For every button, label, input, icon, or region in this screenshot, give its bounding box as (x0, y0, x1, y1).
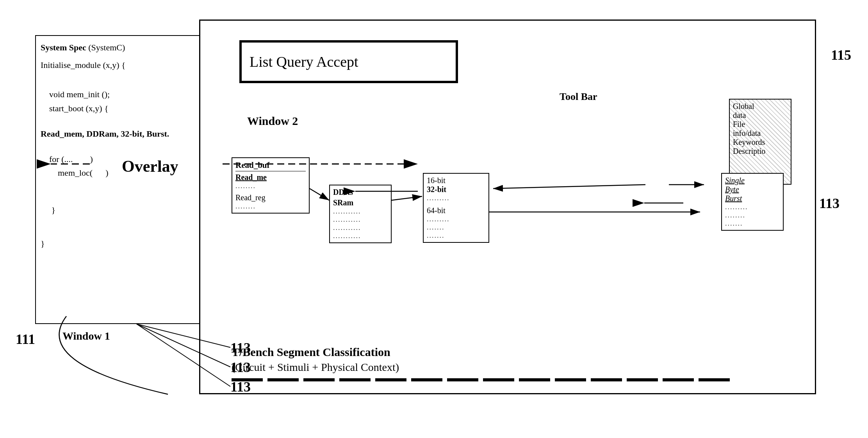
bit-dots1: ......... (427, 194, 485, 202)
bit-dots3: ....... (427, 223, 485, 231)
ref-113-3: 113 (230, 379, 251, 395)
code-line-5: Read_mem, DDRam, 32-bit, Burst. (41, 127, 217, 141)
ddr-dots2: ........... (333, 215, 388, 224)
read-buf-dots2: ........ (235, 202, 306, 210)
outer-rectangle: List Query Accept Tool Bar Window 2 Glob… (199, 20, 816, 394)
code-line-8: } (41, 203, 217, 217)
tbench-title: T/Bench Segment Classification (232, 345, 798, 359)
ddr-sram-card: DDRs SRam ........... ........... ......… (329, 185, 392, 243)
code-content: System Spec (SystemC) Initialise_module … (41, 41, 217, 250)
ref-111: 111 (16, 331, 35, 347)
bit-card: 16-bit 32-bit ......... 64-bit .........… (423, 173, 489, 243)
read-buf-card: Read_buf Read_me ........ Read_reg .....… (232, 157, 310, 214)
dash4 (339, 378, 371, 381)
global-data-line5: Keywords (733, 138, 788, 147)
tbench-subtitle: (Circuit + Stimuli + Physical Context) (232, 361, 798, 374)
lqa-box: List Query Accept (239, 40, 458, 83)
dash12 (627, 378, 658, 381)
global-data-line1: Global (733, 102, 788, 111)
dash8 (483, 378, 514, 381)
sram-header: SRam (333, 198, 388, 207)
32bit-header: 32-bit (427, 185, 485, 194)
read-buf-header: Read_buf (235, 160, 306, 171)
ref-113-2: 113 (230, 359, 251, 376)
single-dots3: ....... (725, 219, 780, 228)
global-data-line2: data (733, 111, 788, 120)
code-line-3: void mem_init (); (41, 87, 217, 101)
dash6 (411, 378, 442, 381)
dash10 (555, 378, 586, 381)
ddr-dots4: ........... (333, 232, 388, 240)
dashed-line-bottom (232, 378, 798, 381)
byte-header: Byte (725, 185, 780, 194)
dash5 (375, 378, 406, 381)
dash14 (699, 378, 730, 381)
ddr-dots1: ........... (333, 207, 388, 215)
ddr-dots3: ........... (333, 224, 388, 232)
overlay-label: Overlay (122, 157, 178, 176)
code-line-9: } (41, 237, 217, 250)
ref-113-1: 113 (230, 340, 251, 356)
ddr-header: DDRs (333, 188, 388, 197)
lqa-text: List Query Accept (250, 53, 358, 70)
window1-box: System Spec (SystemC) Initialise_module … (35, 35, 223, 324)
64bit-header: 64-bit (427, 206, 485, 215)
code-line-1: System Spec (SystemC) (41, 41, 217, 54)
global-data-line6: Descriptio (733, 147, 788, 156)
read-buf-line1: Read_me (235, 173, 306, 182)
window1-label: Window 1 (62, 330, 110, 342)
window2-label: Window 2 (247, 114, 298, 128)
bottom-section: T/Bench Segment Classification (Circuit … (232, 345, 798, 381)
code-line-4: start_boot (x,y) { (41, 101, 217, 115)
dash9 (519, 378, 550, 381)
dash11 (591, 378, 622, 381)
global-data-card: Global data File info/data Keywords Desc… (729, 99, 791, 185)
burst-header: Burst (725, 194, 780, 203)
global-data-line3: File (733, 120, 788, 129)
ref-115: 115 (831, 47, 851, 63)
svg-line-1 (493, 185, 645, 189)
code-line-2: Initialise_module (x,y) { (41, 58, 217, 72)
toolbar-label: Tool Bar (560, 91, 597, 103)
16bit-header: 16-bit (427, 176, 485, 185)
single-dots2: ........ (725, 211, 780, 219)
read-buf-dots1: ........ (235, 182, 306, 190)
dash7 (447, 378, 478, 381)
read-buf-line2: Read_reg (235, 193, 306, 202)
global-data-line4: info/data (733, 129, 788, 138)
single-header: Single (725, 176, 780, 185)
svg-line-4 (392, 196, 422, 200)
single-dots1: ......... (725, 203, 780, 211)
dash3 (303, 378, 335, 381)
svg-line-3 (310, 189, 329, 200)
single-byte-card: Single Byte Burst ......... ........ ...… (721, 173, 784, 231)
bit-dots4: ....... (427, 231, 485, 240)
bit-dots2: ......... (427, 215, 485, 223)
ref-113-4: 113 (819, 195, 839, 212)
dash13 (663, 378, 694, 381)
dash2 (267, 378, 299, 381)
